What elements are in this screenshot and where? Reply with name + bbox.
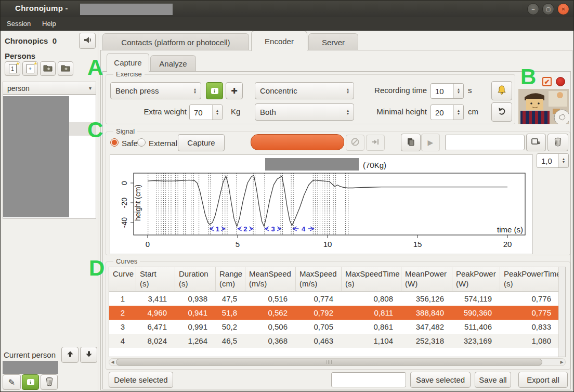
exercise-combo[interactable]: Bench press ▴▾ — [110, 82, 201, 99]
contraction-combo[interactable]: Concentric ▴▾ — [255, 82, 354, 99]
curve-cell[interactable]: 0,562 — [245, 308, 296, 317]
external-radio-label[interactable]: External — [149, 139, 177, 148]
curve-cell[interactable]: 574,119 — [452, 294, 500, 303]
column-header[interactable]: MeanSpeed(m/s) — [245, 267, 296, 291]
safe-radio-label[interactable]: Safe — [122, 139, 138, 148]
scroll-left-icon[interactable]: ◀ — [109, 360, 116, 364]
save-selected-button[interactable]: Save selected — [410, 372, 471, 388]
scroll-right-icon[interactable]: ▶ — [558, 360, 565, 364]
bell-button[interactable] — [491, 81, 512, 100]
export-all-button[interactable]: Export all — [518, 372, 568, 388]
curve-cell[interactable]: 4 — [109, 336, 136, 345]
curve-cell[interactable]: 46,5 — [216, 336, 245, 345]
curve-cell[interactable]: 4,960 — [136, 308, 175, 317]
curve-row[interactable]: 13,4110,93847,50,5160,7740,808356,126574… — [109, 292, 565, 306]
curve-row[interactable]: 24,9600,94151,80,5620,7920,811388,840590… — [109, 306, 565, 320]
curve-cell[interactable]: 0,861 — [342, 322, 401, 331]
curve-cell[interactable]: 323,169 — [452, 336, 500, 345]
curve-cell[interactable]: 1,080 — [500, 336, 559, 345]
curve-cell[interactable]: 388,840 — [401, 308, 452, 317]
close-button[interactable]: ✕ — [557, 3, 569, 15]
save-filename-input[interactable] — [331, 372, 406, 387]
person-new-button[interactable]: 1★ — [5, 61, 20, 76]
curve-cell[interactable]: 0,775 — [500, 308, 559, 317]
chronopics-sound-button[interactable] — [79, 33, 96, 49]
curve-cell[interactable]: 0,368 — [245, 336, 296, 345]
delete-selected-button[interactable]: Delete selected — [109, 372, 173, 388]
curve-row[interactable]: 36,4710,99150,20,5060,7050,861347,482511… — [109, 320, 565, 334]
column-header[interactable]: PeakPower(W) — [452, 267, 500, 291]
menu-session[interactable]: Session — [7, 20, 31, 28]
curves-vertical-scrollbar[interactable] — [558, 267, 565, 357]
menu-help[interactable]: Help — [42, 20, 56, 28]
column-header[interactable]: Start(s) — [136, 267, 175, 291]
curves-horizontal-scrollbar[interactable]: ◀ ▶ — [109, 358, 566, 366]
curve-cell[interactable]: 2 — [109, 308, 136, 317]
column-header[interactable]: MaxSpeedTime(s) — [342, 267, 401, 291]
curve-cell[interactable]: 8,024 — [136, 336, 175, 345]
signal-save-comment-button[interactable] — [526, 134, 546, 151]
tab-contacts[interactable]: Contacts (platform or photocell) — [102, 33, 249, 50]
curve-row[interactable]: 48,0241,26446,50,3680,4631,104252,318323… — [109, 334, 565, 348]
spinner-arrows-icon[interactable]: ▴▾ — [212, 105, 222, 120]
curve-cell[interactable]: 3,411 — [136, 294, 175, 303]
curve-cell[interactable]: 0,705 — [296, 322, 342, 331]
tab-server[interactable]: Server — [308, 33, 358, 50]
recalculate-button[interactable] — [401, 134, 421, 151]
curve-cell[interactable]: 0,941 — [175, 308, 216, 317]
column-header[interactable]: Range(cm) — [216, 267, 245, 291]
tab-capture[interactable]: Capture — [107, 53, 149, 72]
graph-zoom-spinner[interactable]: 1,0 ▴▾ — [537, 153, 569, 168]
signal-name-input[interactable] — [445, 135, 525, 150]
play-button[interactable]: ▶ — [421, 134, 440, 151]
column-header[interactable]: PeakPowerTime(s) — [500, 267, 559, 291]
column-header[interactable]: MeanPower(W) — [401, 267, 452, 291]
maximize-button[interactable]: ▢ — [542, 3, 554, 15]
curve-cell[interactable]: 347,482 — [401, 322, 452, 331]
external-radio[interactable] — [137, 138, 146, 147]
finish-button[interactable] — [366, 135, 385, 151]
tab-encoder[interactable]: Encoder — [251, 31, 307, 51]
curve-cell[interactable]: 0,833 — [500, 322, 559, 331]
spinner-arrows-icon[interactable]: ▴▾ — [453, 84, 463, 98]
curve-cell[interactable]: 1 — [109, 294, 136, 303]
signal-delete-button[interactable] — [547, 134, 568, 151]
exercise-add-button[interactable]: ✚ — [226, 82, 243, 99]
curve-cell[interactable]: 6,471 — [136, 322, 175, 331]
record-video-checkbox[interactable]: ✔ — [542, 77, 552, 86]
curve-cell[interactable]: 0,506 — [245, 322, 296, 331]
curve-cell[interactable]: 0,774 — [296, 294, 342, 303]
eccon-combo[interactable]: Both ▴▾ — [255, 103, 354, 121]
person-info-button[interactable]: i — [22, 374, 39, 390]
recording-time-spinner[interactable]: 10 ▴▾ — [430, 83, 464, 99]
curve-cell[interactable]: 0,776 — [500, 294, 559, 303]
curve-cell[interactable]: 590,360 — [452, 308, 500, 317]
curve-cell[interactable]: 0,463 — [296, 336, 342, 345]
curve-cell[interactable]: 1,264 — [175, 336, 216, 345]
cancel-button[interactable] — [346, 135, 364, 151]
undo-button[interactable] — [491, 102, 512, 122]
extra-weight-spinner[interactable]: 70 ▴▾ — [189, 104, 223, 120]
person-column-header[interactable]: person ▾ — [3, 82, 96, 95]
minimal-height-spinner[interactable]: 20 ▴▾ — [430, 104, 464, 120]
exercise-info-button[interactable]: i — [206, 82, 223, 99]
curve-cell[interactable]: 356,126 — [401, 294, 452, 303]
curve-cell[interactable]: 511,406 — [452, 322, 500, 331]
curve-cell[interactable]: 252,318 — [401, 336, 452, 345]
curve-cell[interactable]: 47,5 — [216, 294, 245, 303]
curve-cell[interactable]: 51,8 — [216, 308, 245, 317]
spinner-arrows-icon[interactable]: ▴▾ — [453, 105, 463, 120]
tab-analyze[interactable]: Analyze — [150, 55, 196, 72]
persons-new-multiple-button[interactable]: +★ — [22, 61, 38, 76]
person-edit-button[interactable]: ✎ — [3, 374, 21, 390]
minimize-button[interactable]: – — [527, 3, 539, 15]
column-header[interactable]: MaxSpeed(m/s) — [296, 267, 342, 291]
column-header[interactable]: Duration(s) — [175, 267, 216, 291]
save-all-button[interactable]: Save all — [475, 372, 511, 388]
curve-cell[interactable]: 0,808 — [342, 294, 401, 303]
curve-cell[interactable]: 0,516 — [245, 294, 296, 303]
curve-cell[interactable]: 1,104 — [342, 336, 401, 345]
capture-button[interactable]: Capture — [178, 134, 225, 151]
spinner-arrows-icon[interactable]: ▴▾ — [558, 154, 568, 167]
curve-cell[interactable]: 0,938 — [175, 294, 216, 303]
